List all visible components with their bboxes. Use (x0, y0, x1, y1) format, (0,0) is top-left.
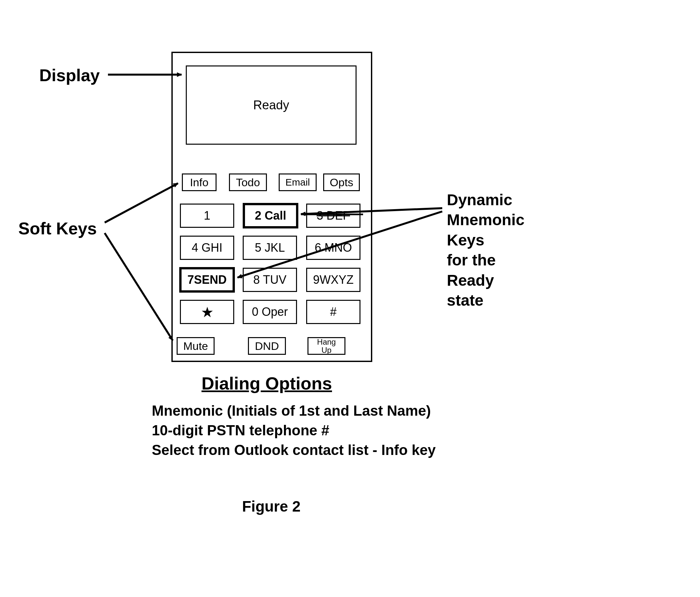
section-line-3: Select from Outlook contact list - Info … (152, 440, 436, 459)
figure-canvas: Ready Info Todo Email Opts 1 2 Call 3 DE… (0, 0, 700, 597)
svg-line-5 (238, 211, 442, 278)
section-line-2: 10-digit PSTN telephone # (152, 421, 329, 440)
svg-line-4 (301, 208, 442, 214)
section-line-1: Mnemonic (Initials of 1st and Last Name) (152, 401, 431, 420)
figure-caption: Figure 2 (242, 498, 301, 515)
annotation-arrows (0, 0, 700, 597)
section-title: Dialing Options (201, 373, 332, 393)
svg-line-3 (105, 233, 173, 340)
svg-line-2 (105, 183, 178, 222)
